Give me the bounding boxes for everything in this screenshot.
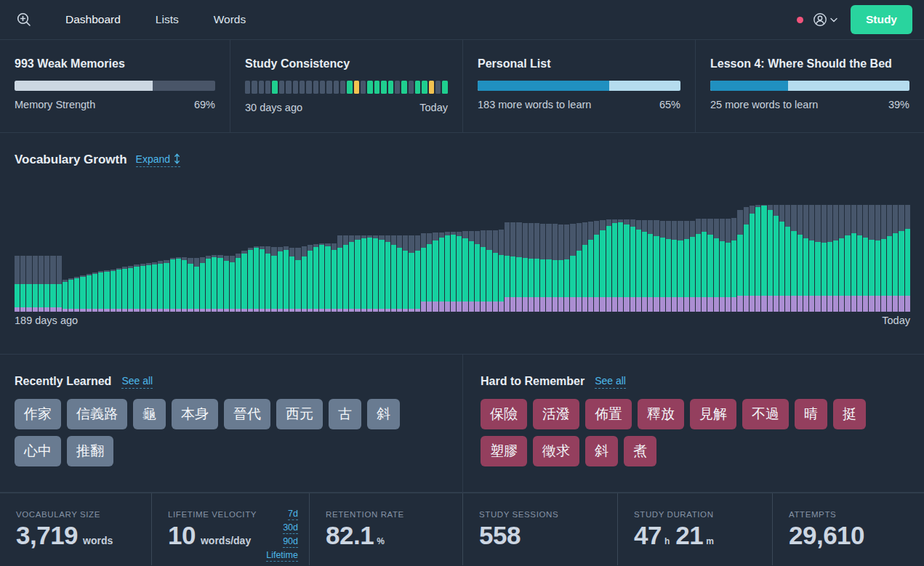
lesson-caption: 25 more words to learn	[710, 99, 818, 110]
growth-bar	[672, 221, 677, 312]
growth-bar	[768, 205, 773, 312]
user-avatar-icon[interactable]	[812, 12, 828, 28]
retention-rate-stat: RETENTION RATE 82.1 %	[309, 493, 462, 565]
growth-bar	[337, 235, 342, 312]
hard-to-remember-word-chip[interactable]: 挺	[833, 399, 866, 429]
recently-learned-word-chip[interactable]: 推翻	[67, 436, 113, 466]
primary-nav: Dashboard Lists Words	[65, 13, 246, 26]
memory-strength-percent: 69%	[194, 99, 215, 110]
growth-bar	[313, 244, 318, 312]
hard-to-remember-word-chip[interactable]: 見解	[690, 399, 736, 429]
consistency-day-square	[395, 81, 400, 94]
lesson-card[interactable]: Lesson 4: Where Should the Bed 25 more w…	[696, 40, 924, 132]
hard-to-remember-word-chip[interactable]: 保險	[481, 399, 527, 429]
growth-bar	[881, 205, 886, 312]
growth-bar	[553, 224, 558, 312]
growth-bar	[68, 278, 73, 312]
hard-to-remember-word-chip[interactable]: 煮	[624, 436, 656, 466]
personal-list-card[interactable]: Personal List 183 more words to learn 65…	[463, 40, 696, 132]
recently-learned-word-chip[interactable]: 西元	[276, 399, 323, 429]
nav-item-words[interactable]: Words	[214, 13, 246, 26]
search-icon[interactable]	[16, 12, 32, 28]
consistency-day-square	[334, 81, 339, 94]
growth-bar	[600, 220, 605, 312]
growth-bar	[857, 205, 862, 312]
growth-bar	[696, 219, 701, 312]
recently-learned-word-chip[interactable]: 龜	[133, 399, 166, 429]
growth-bar	[415, 235, 420, 312]
growth-bar	[731, 218, 736, 312]
recently-learned-word-chip[interactable]: 心中	[15, 436, 61, 466]
consistency-day-square	[422, 81, 427, 94]
chevron-down-icon[interactable]	[830, 17, 837, 23]
growth-bar	[648, 220, 653, 312]
velocity-range-90d-link[interactable]: 90d	[283, 536, 298, 548]
hard-to-remember-word-chip[interactable]: 釋放	[638, 399, 684, 429]
growth-bar	[690, 221, 695, 312]
recently-learned-word-chip[interactable]: 信義路	[67, 399, 127, 429]
recently-learned-see-all-link[interactable]: See all	[121, 375, 153, 389]
growth-bar	[140, 264, 145, 312]
growth-bar	[146, 263, 151, 312]
velocity-range-lifetime-link[interactable]: Lifetime	[266, 550, 298, 562]
personal-list-bar	[478, 81, 680, 91]
recently-learned-word-chip[interactable]: 古	[329, 399, 361, 429]
study-duration-hours-unit: h	[664, 536, 670, 546]
recently-learned-word-chip[interactable]: 本身	[172, 399, 218, 429]
retention-rate-unit: %	[377, 536, 385, 546]
hard-to-remember-word-chip[interactable]: 活潑	[533, 399, 579, 429]
growth-bar	[493, 230, 498, 312]
growth-bar	[755, 205, 760, 312]
hard-to-remember-word-chip[interactable]: 不過	[742, 399, 789, 429]
memory-strength-bar	[15, 81, 215, 91]
hard-to-remember-chips: 保險活潑佈置釋放見解不過晴挺塑膠徵求斜煮	[481, 399, 909, 466]
lifetime-velocity-value: 10	[168, 521, 196, 550]
growth-bar	[684, 221, 689, 312]
nav-item-dashboard[interactable]: Dashboard	[65, 13, 121, 26]
growth-bar	[74, 277, 79, 312]
hard-to-remember-word-chip[interactable]: 晴	[795, 399, 827, 429]
velocity-range-7d-link[interactable]: 7d	[288, 509, 298, 520]
hard-to-remember-word-chip[interactable]: 佈置	[585, 399, 632, 429]
growth-bar	[839, 205, 844, 312]
expand-link[interactable]: Expand	[136, 153, 180, 167]
recently-learned-chips: 作家信義路龜本身晉代西元古斜心中推翻	[15, 399, 448, 466]
growth-bar	[325, 243, 330, 312]
attempts-value: 29,610	[789, 521, 864, 550]
study-consistency-card[interactable]: Study Consistency 30 days ago Today	[230, 40, 463, 132]
growth-bar	[863, 205, 868, 312]
growth-bar	[284, 246, 289, 312]
summary-cards: 993 Weak Memories Memory Strength 69% St…	[0, 40, 924, 133]
consistency-day-square	[435, 81, 441, 94]
velocity-range-30d-link[interactable]: 30d	[283, 522, 298, 534]
study-duration-label: STUDY DURATION	[634, 510, 772, 519]
hard-to-remember-word-chip[interactable]: 徵求	[533, 436, 579, 466]
hard-to-remember-see-all-link[interactable]: See all	[595, 375, 626, 389]
hard-to-remember-word-chip[interactable]: 塑膠	[481, 436, 527, 466]
recently-learned-title: Recently Learned	[15, 375, 111, 388]
growth-bar	[845, 205, 850, 312]
vocabulary-growth-chart	[15, 205, 910, 312]
study-sessions-value: 558	[479, 521, 521, 550]
recently-learned-word-chip[interactable]: 晉代	[224, 399, 270, 429]
hard-to-remember-word-chip[interactable]: 斜	[585, 436, 618, 466]
growth-bar	[451, 232, 456, 312]
growth-bar	[726, 219, 731, 312]
growth-bar	[80, 275, 85, 312]
consistency-day-square	[265, 81, 270, 94]
consistency-day-square	[354, 81, 359, 94]
growth-bar	[206, 256, 211, 312]
recently-learned-word-chip[interactable]: 斜	[367, 399, 400, 429]
hard-to-remember-title: Hard to Remember	[481, 375, 584, 388]
recently-learned-word-chip[interactable]: 作家	[15, 399, 61, 429]
growth-bar	[188, 258, 193, 312]
growth-bar	[111, 270, 116, 312]
nav-item-lists[interactable]: Lists	[156, 13, 179, 26]
growth-bar	[20, 256, 25, 312]
weak-memories-card[interactable]: 993 Weak Memories Memory Strength 69%	[0, 40, 230, 132]
growth-bar	[164, 260, 169, 312]
lifetime-velocity-label: LIFETIME VELOCITY	[168, 510, 257, 519]
stats-footer: VOCABULARY SIZE 3,719 words LIFETIME VEL…	[0, 493, 924, 565]
growth-bar	[510, 222, 515, 312]
study-button[interactable]: Study	[851, 5, 912, 34]
